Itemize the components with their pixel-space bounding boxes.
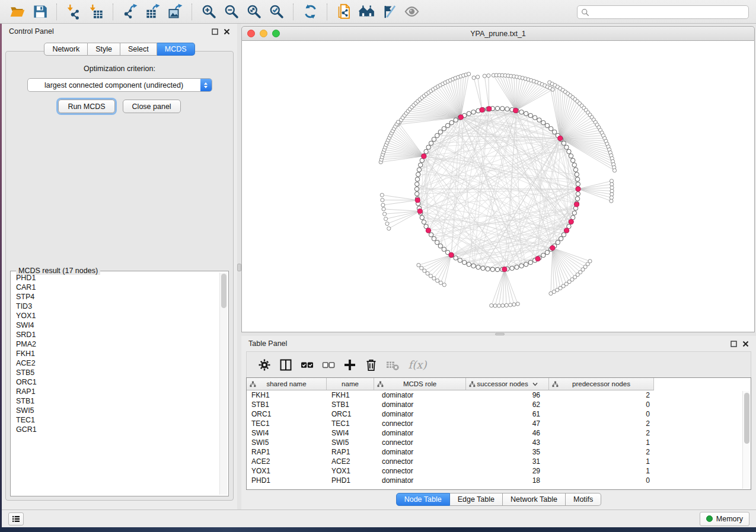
mcds-node-item[interactable]: RAP1 — [12, 387, 219, 396]
houses-button[interactable] — [355, 2, 378, 22]
cell-name: FKH1 — [327, 391, 374, 399]
mcds-result-list[interactable]: PHD1CAR1STP4TID3YOX1SWI4SRD1PMA2FKH1ACE2… — [12, 273, 219, 494]
columns-button[interactable] — [275, 354, 296, 376]
panel-menu-button[interactable] — [8, 512, 24, 525]
flag-slash-button[interactable] — [378, 2, 400, 22]
cell-MCDS-role: dominator — [374, 429, 466, 437]
network-graph[interactable] — [242, 41, 755, 332]
tab-style[interactable]: Style — [88, 43, 120, 56]
scrollbar-thumb[interactable] — [221, 274, 227, 308]
table-row[interactable]: ORC1ORC1dominator610 — [247, 409, 751, 419]
save-button[interactable] — [28, 2, 51, 22]
tab-motifs[interactable]: Motifs — [566, 493, 601, 506]
zoom-out-button[interactable] — [220, 2, 243, 22]
table-row[interactable]: SWI5SWI5connector431 — [247, 438, 751, 447]
network-canvas[interactable] — [241, 41, 755, 332]
mcds-node-item[interactable]: ACE2 — [12, 358, 219, 368]
open-button[interactable] — [6, 2, 28, 22]
mcds-node-item[interactable]: SWI4 — [12, 321, 219, 330]
mcds-node-item[interactable]: CAR1 — [12, 283, 219, 292]
function-button[interactable]: f(x) — [403, 354, 429, 376]
share-document-button[interactable] — [333, 2, 355, 22]
search-box[interactable] — [577, 5, 749, 19]
table-scrollbar[interactable] — [742, 391, 750, 489]
mcds-node-item[interactable]: GCR1 — [12, 425, 219, 434]
mcds-node-item[interactable]: ORC1 — [12, 377, 219, 387]
scrollbar-thumb[interactable] — [744, 393, 749, 444]
mcds-node-item[interactable]: STP4 — [12, 292, 219, 302]
float-panel-icon[interactable] — [212, 28, 218, 35]
table-row[interactable]: SWI4SWI4dominator462 — [247, 428, 751, 438]
mcds-node-item[interactable]: TID3 — [12, 302, 219, 311]
cell-successor-nodes: 96 — [466, 391, 549, 399]
tab-mcds[interactable]: MCDS — [157, 43, 195, 56]
column-header-successor-nodes[interactable]: successor nodes — [466, 378, 549, 390]
table-row[interactable]: RAP1RAP1dominator352 — [247, 447, 751, 457]
float-panel-icon[interactable] — [731, 341, 737, 347]
mcds-node-item[interactable]: SWI5 — [12, 406, 219, 415]
mcds-node-item[interactable]: SRD1 — [12, 330, 219, 339]
table-row[interactable]: TEC1TEC1connector472 — [247, 419, 751, 428]
mcds-node-item[interactable]: PHD1 — [12, 273, 219, 283]
mcds-node-item[interactable]: TEC1 — [12, 415, 219, 425]
zoom-in-button[interactable] — [197, 2, 220, 22]
close-panel-button[interactable]: Close panel — [123, 100, 181, 113]
table-row[interactable]: PHD1PHD1dominator180 — [247, 476, 751, 485]
mcds-node-item[interactable]: PMA2 — [12, 339, 219, 349]
export-image-button[interactable] — [164, 2, 186, 22]
export-table-button[interactable] — [141, 2, 164, 22]
mcds-node-item[interactable]: FKH1 — [12, 349, 219, 358]
vertical-splitter[interactable] — [237, 24, 241, 509]
eye-icon — [404, 4, 420, 20]
splitter-grip[interactable] — [495, 333, 505, 335]
cell-successor-nodes: 47 — [466, 419, 549, 428]
eye-button[interactable] — [400, 2, 423, 22]
export-network-button[interactable] — [119, 2, 141, 22]
mcds-list-scrollbar[interactable] — [219, 273, 227, 495]
table-row[interactable]: YOX1YOX1connector291 — [247, 466, 751, 476]
add-button[interactable] — [339, 354, 361, 376]
table-row[interactable]: ACE2ACE2connector311 — [247, 457, 751, 466]
table-panel-title: Table Panel — [248, 339, 731, 348]
column-header-name[interactable]: name — [327, 378, 374, 390]
splitter-grip[interactable] — [237, 264, 241, 271]
clear-selection-button[interactable] — [318, 354, 339, 376]
mcds-node-item[interactable]: YOX1 — [12, 311, 219, 321]
table-header-row: shared namenameMCDS rolesuccessor nodesp… — [247, 378, 654, 390]
cell-name: TEC1 — [327, 419, 374, 428]
network-window-titlebar[interactable]: YPA_prune.txt_1 — [241, 26, 755, 41]
column-header-MCDS-role[interactable]: MCDS role — [374, 378, 466, 390]
export-network-icon — [122, 4, 138, 20]
sort-desc-icon — [532, 382, 538, 386]
run-mcds-button[interactable]: Run MCDS — [58, 100, 114, 113]
criterion-select[interactable]: largest connected component (undirected) — [27, 78, 212, 92]
tab-network[interactable]: Network — [44, 43, 88, 56]
tab-node-table[interactable]: Node Table — [396, 493, 450, 506]
close-panel-icon[interactable] — [742, 341, 749, 347]
tab-edge-table[interactable]: Edge Table — [450, 493, 503, 506]
gear-button[interactable] — [254, 354, 275, 376]
memory-button[interactable]: Memory — [700, 512, 749, 526]
mcds-node-item[interactable]: STB1 — [12, 396, 219, 406]
delete-table-button[interactable] — [382, 354, 403, 376]
criterion-value: largest connected component (undirected) — [28, 81, 200, 89]
tab-select[interactable]: Select — [120, 43, 157, 56]
tab-network-table[interactable]: Network Table — [503, 493, 566, 506]
import-network-button[interactable] — [62, 2, 85, 22]
column-header-shared-name[interactable]: shared name — [247, 378, 327, 390]
search-input[interactable] — [592, 8, 745, 17]
import-table-button[interactable] — [85, 2, 107, 22]
cell-name: RAP1 — [327, 448, 374, 456]
cell-predecessor-nodes: 2 — [549, 429, 654, 437]
select-all-button[interactable] — [296, 354, 318, 376]
table-row[interactable]: FKH1FKH1dominator962 — [247, 390, 751, 400]
table-row[interactable]: STB1STB1dominator620 — [247, 400, 751, 409]
zoom-fit-button[interactable] — [243, 2, 265, 22]
close-panel-icon[interactable] — [224, 28, 230, 35]
column-header-predecessor-nodes[interactable]: predecessor nodes — [549, 378, 654, 390]
refresh-layout-button[interactable] — [299, 2, 321, 22]
cell-MCDS-role: dominator — [374, 400, 466, 409]
zoom-selected-button[interactable] — [265, 2, 288, 22]
delete-button[interactable] — [361, 354, 382, 376]
mcds-node-item[interactable]: STB5 — [12, 368, 219, 377]
